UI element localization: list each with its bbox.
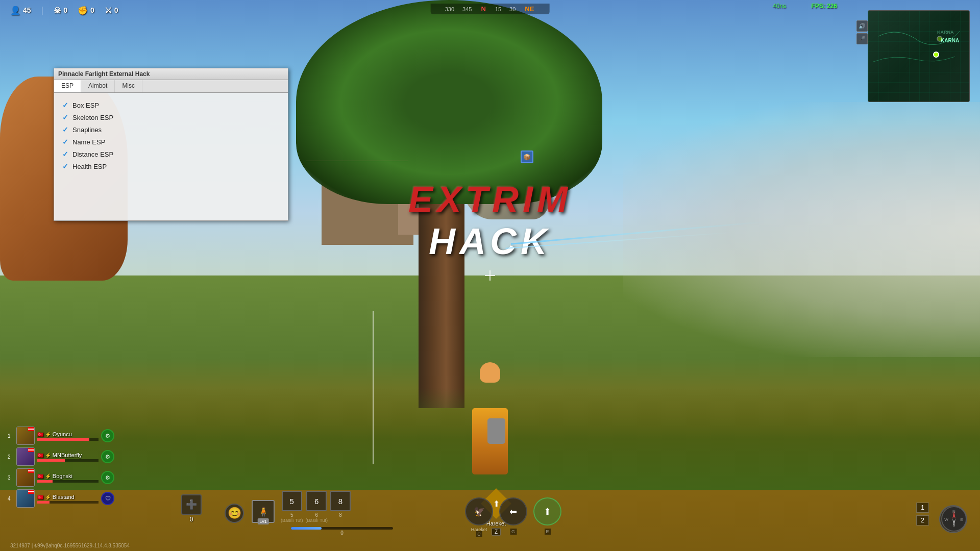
weapon-key-6: 6	[315, 512, 318, 518]
esp-option-snaplines[interactable]: ✓ Snaplines	[62, 123, 280, 136]
weapon-slot-6[interactable]: 6 6 (Basılı Tut)	[306, 491, 328, 523]
esp-option-name[interactable]: ✓ Name ESP	[62, 136, 280, 148]
slot-numbers: 1 2	[916, 503, 929, 525]
minimap: P O KARNA KARNA	[868, 10, 970, 102]
compass-circle: N S W E	[939, 505, 967, 533]
players-icon: 👤	[10, 6, 20, 15]
esp-option-distance[interactable]: ✓ Distance ESP	[62, 148, 280, 160]
slot-1[interactable]: 1	[916, 503, 929, 513]
bottom-small-text: 3214937 | ₺99γβahq0c-1695561629-114.4.8.…	[10, 543, 130, 548]
level-badge: Lv1	[257, 518, 269, 524]
health-fill-4	[37, 501, 50, 504]
health-bar-3	[37, 480, 99, 483]
compass-N: N	[481, 5, 485, 13]
char-backpack	[487, 418, 505, 444]
menu-tab-esp[interactable]: ESP	[54, 80, 81, 92]
weapon-slot-5[interactable]: 5 5 (Basılı Tut)	[281, 491, 303, 523]
weapon-slots: 5 5 (Basılı Tut) 6 6 (Basılı Tut) 8 8	[281, 491, 351, 523]
team-info-4: 🇹🇷 ⚡ Blastand	[37, 494, 99, 504]
snap-line	[373, 311, 374, 464]
team-info-3: 🇹🇷 ⚡ Bognski	[37, 473, 99, 483]
move-key: Z	[492, 528, 501, 536]
menu-tab-aimbot[interactable]: Aimbot	[81, 80, 115, 92]
team-member-1: 1 🇹🇷 ⚡ Oyuncu ⚙	[8, 427, 114, 445]
compass-15: 15	[495, 6, 501, 12]
level-icon: 🧍 Lv1	[252, 500, 275, 523]
team-name-text-4: Blastand	[53, 494, 75, 500]
team-list: 1 🇹🇷 ⚡ Oyuncu ⚙ 2 🇹🇷 ⚡ MNButterfly	[8, 427, 114, 510]
action-btn-left[interactable]: ⬅ G	[499, 497, 527, 525]
assists-stat: ✊ 0	[78, 6, 94, 15]
speaker-icon[interactable]: 🔊	[856, 20, 868, 32]
health-esp-label: Health ESP	[72, 163, 107, 170]
check-snaplines: ✓	[62, 126, 68, 134]
compass-345: 345	[462, 6, 472, 12]
char-head	[480, 362, 500, 383]
xp-bar-fill	[291, 527, 322, 530]
weapon-slot-8[interactable]: 8 8	[330, 491, 351, 523]
menu-tab-misc[interactable]: Misc	[115, 80, 142, 92]
esp-option-health[interactable]: ✓ Health ESP	[62, 160, 280, 172]
audio-controls: 🔊 🎤	[856, 20, 868, 44]
slot-2[interactable]: 2	[916, 515, 929, 525]
bottom-compass: N S W E	[939, 505, 970, 536]
menu-content: ✓ Box ESP ✓ Skeleton ESP ✓ Snaplines ✓ N…	[54, 93, 288, 220]
kills-stat: ☠ 0	[54, 6, 67, 15]
skull-icon: ☠	[54, 6, 61, 15]
ping-counter: 40ns	[773, 3, 786, 10]
crosshair	[485, 270, 495, 281]
team-num-1: 1	[8, 433, 14, 439]
compass-330: 330	[445, 6, 454, 12]
team-avatar-1	[16, 427, 35, 445]
svg-point-0	[937, 36, 942, 41]
team-icon-2: ⚙	[101, 450, 114, 463]
weapon-box-5: 5	[282, 491, 302, 511]
smiley-button[interactable]: 😊	[225, 504, 244, 523]
char-body	[472, 408, 508, 474]
minimap-svg: KARNA	[868, 11, 969, 102]
team-member-2: 2 🇹🇷 ⚡ MNButterfly ⚙	[8, 447, 114, 466]
snaplines-label: Snaplines	[72, 126, 102, 134]
assists-value: 0	[90, 6, 94, 14]
team-name-4: 🇹🇷 ⚡ Blastand	[37, 494, 99, 500]
xp-bar	[291, 527, 393, 530]
check-health-esp: ✓	[62, 162, 68, 170]
esp-option-box[interactable]: ✓ Box ESP	[62, 99, 280, 111]
team-avatar-2	[16, 447, 35, 466]
skeleton-esp-label: Skeleton ESP	[72, 114, 113, 121]
team-member-3: 3 🇹🇷 ⚡ Bognski ⚙	[8, 468, 114, 487]
health-fill-1	[37, 438, 89, 441]
team-member-4: 4 🇹🇷 ⚡ Blastand 🛡	[8, 489, 114, 508]
players-value: 45	[23, 6, 31, 14]
weapon-box-8: 8	[330, 491, 351, 511]
health-bar-4	[37, 501, 99, 504]
health-bar-2	[37, 459, 99, 462]
items-stat: ⚔ 0	[105, 6, 118, 15]
box-esp-label: Box ESP	[72, 102, 99, 109]
esp-option-skeleton[interactable]: ✓ Skeleton ESP	[62, 111, 280, 123]
supply-icon: 📦	[521, 151, 533, 163]
level-indicator: 🧍 Lv1	[252, 500, 275, 523]
action-btn-fly[interactable]: 🦅 Hareket C	[465, 497, 493, 525]
weapon-sub-5: (Basılı Tut)	[281, 518, 303, 523]
compass-30: 30	[509, 6, 516, 12]
weapon-box-6: 6	[306, 491, 327, 511]
svg-text:E: E	[960, 517, 963, 522]
mic-icon[interactable]: 🎤	[856, 33, 868, 44]
health-fill-3	[37, 480, 53, 483]
team-name-text-1: Oyuncu	[53, 431, 72, 437]
jump-key-e: E	[544, 529, 550, 535]
players-stat: 👤 45	[10, 6, 31, 15]
team-info-1: 🇹🇷 ⚡ Oyuncu	[37, 431, 99, 441]
player-character	[459, 362, 521, 474]
medkit-icon[interactable]: ➕	[181, 494, 202, 515]
compass: 330 345 N 15 30 NE	[431, 0, 550, 18]
team-icon-1: ⚙	[101, 429, 114, 442]
compass-bar: 330 345 N 15 30 NE	[431, 4, 550, 14]
team-avatar-4	[16, 489, 35, 508]
team-avatar-3	[16, 468, 35, 487]
weapon-sub-6: (Basılı Tut)	[306, 518, 328, 523]
action-btn-jump[interactable]: ⬆ E	[533, 497, 561, 525]
hack-menu[interactable]: Pinnacle Farlight External Hack ESP Aimb…	[54, 68, 288, 221]
weapon-key-5: 5	[290, 512, 293, 518]
